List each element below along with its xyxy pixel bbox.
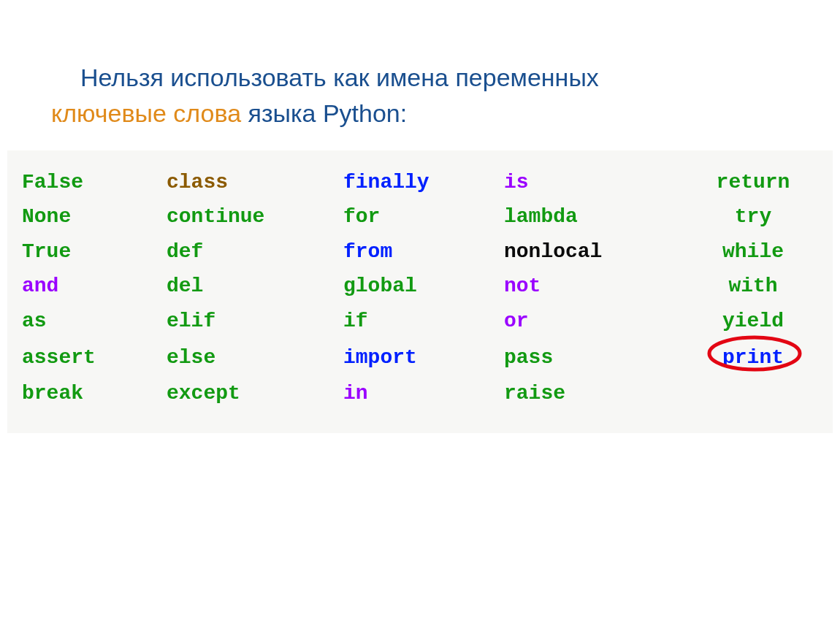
keyword-text: nonlocal xyxy=(504,240,602,263)
table-row: assertelseimportpassprint xyxy=(22,339,825,377)
keyword-text: global xyxy=(343,275,417,297)
table-row: Nonecontinueforlambdatry xyxy=(22,199,825,234)
keyword-cell: from xyxy=(343,234,504,269)
keyword-text: except xyxy=(167,382,240,405)
keyword-cell: try xyxy=(681,199,825,234)
keyword-text: from xyxy=(343,240,392,263)
keyword-cell: yield xyxy=(681,304,825,339)
keyword-cell: elif xyxy=(167,304,343,339)
keyword-text: else xyxy=(167,346,215,369)
table-row: Truedeffromnonlocalwhile xyxy=(22,234,825,269)
keyword-cell: else xyxy=(167,339,343,377)
keyword-cell: None xyxy=(22,199,167,234)
keyword-cell: break xyxy=(22,376,167,411)
keyword-cell: or xyxy=(504,304,681,339)
table-row: anddelglobalnotwith xyxy=(22,269,825,304)
keyword-cell: while xyxy=(681,234,825,269)
keyword-text: def xyxy=(167,240,203,263)
keyword-text: pass xyxy=(504,346,553,369)
slide-heading: Нельзя использовать как имена переменных… xyxy=(0,0,840,132)
keyword-text: continue xyxy=(167,205,264,228)
keyword-cell: except xyxy=(167,376,343,411)
keyword-text: while xyxy=(722,240,784,263)
keyword-cell: nonlocal xyxy=(504,234,681,269)
keyword-text: lambda xyxy=(504,205,578,228)
keyword-cell: is xyxy=(504,165,681,200)
keyword-cell: in xyxy=(343,376,504,411)
keyword-text: finally xyxy=(343,171,429,194)
keyword-cell: as xyxy=(22,304,167,339)
keyword-cell: raise xyxy=(504,376,681,411)
keyword-text: and xyxy=(22,275,58,297)
keyword-text: True xyxy=(22,240,71,263)
keyword-text: try xyxy=(735,205,771,228)
keyword-text: print xyxy=(722,346,784,369)
keyword-cell: False xyxy=(22,165,167,200)
keyword-text: for xyxy=(343,205,380,228)
keyword-cell: finally xyxy=(343,165,504,200)
keyword-text: class xyxy=(167,171,228,194)
keyword-text: import xyxy=(343,346,417,369)
keyword-cell: def xyxy=(167,234,343,269)
keyword-text: break xyxy=(22,382,83,405)
heading-rest: языка Python: xyxy=(241,99,407,127)
keyword-cell: for xyxy=(343,199,504,234)
keyword-cell: and xyxy=(22,269,167,304)
keyword-cell: if xyxy=(343,304,504,339)
keyword-text: return xyxy=(717,171,790,194)
heading-line1: Нельзя использовать как имена переменных xyxy=(51,60,789,96)
keyword-cell: True xyxy=(22,234,167,269)
keyword-cell: print xyxy=(681,339,825,377)
keyword-text: with xyxy=(728,275,777,297)
keyword-cell xyxy=(681,376,825,411)
keyword-text: yield xyxy=(722,310,784,332)
keyword-cell: return xyxy=(681,165,825,200)
keyword-cell: del xyxy=(167,269,343,304)
heading-keywords-phrase: ключевые слова xyxy=(51,99,241,127)
keyword-text: not xyxy=(504,275,541,297)
keyword-text: None xyxy=(22,205,71,228)
heading-line2: ключевые слова языка Python: xyxy=(51,96,789,131)
keyword-text: is xyxy=(504,171,529,194)
keyword-text: elif xyxy=(167,310,215,332)
keyword-text: del xyxy=(167,275,203,297)
keyword-text: raise xyxy=(504,382,565,405)
keyword-cell: not xyxy=(504,269,681,304)
keyword-cell: import xyxy=(343,339,504,377)
table-row: Falseclassfinallyisreturn xyxy=(22,165,825,200)
keyword-cell: lambda xyxy=(504,199,681,234)
keyword-cell: with xyxy=(681,269,825,304)
keyword-cell: pass xyxy=(504,339,681,377)
keyword-cell: class xyxy=(167,165,343,200)
keyword-text: if xyxy=(343,310,368,332)
circled-keyword: print xyxy=(714,339,793,377)
keyword-cell: assert xyxy=(22,339,167,377)
keyword-text: or xyxy=(504,310,529,332)
keyword-text: assert xyxy=(22,346,96,369)
keywords-table-container: FalseclassfinallyisreturnNonecontinuefor… xyxy=(7,150,833,433)
table-row: breakexceptinraise xyxy=(22,376,825,411)
keyword-text: in xyxy=(343,382,368,405)
keywords-table: FalseclassfinallyisreturnNonecontinuefor… xyxy=(22,165,825,411)
keyword-cell: continue xyxy=(167,199,343,234)
keyword-text: False xyxy=(22,171,83,194)
table-row: aselififoryield xyxy=(22,304,825,339)
keyword-cell: global xyxy=(343,269,504,304)
keyword-text: as xyxy=(22,310,47,332)
